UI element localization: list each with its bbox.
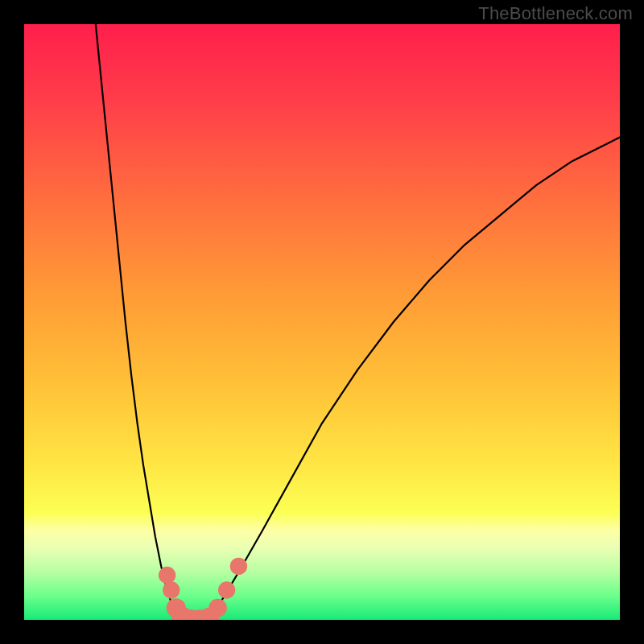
data-dot	[163, 581, 180, 598]
data-dot	[218, 581, 235, 598]
chart-svg	[24, 24, 620, 620]
gradient-background	[24, 24, 620, 620]
watermark-text: TheBottleneck.com	[478, 3, 633, 24]
data-dot	[230, 558, 247, 575]
plot-area	[24, 24, 620, 620]
chart-frame: TheBottleneck.com	[0, 0, 644, 644]
data-dot	[208, 599, 227, 617]
data-dot	[159, 567, 175, 584]
